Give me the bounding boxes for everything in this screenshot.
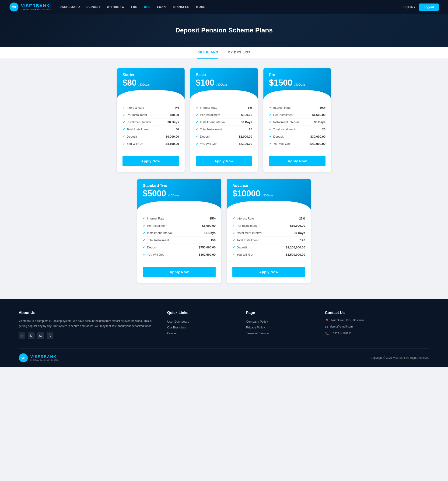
- plan-footer-advance: Apply Now: [227, 263, 311, 283]
- plan-row: ✔ Interest Rate 6%: [196, 104, 252, 111]
- nav-transfer[interactable]: TRANSFER: [172, 5, 190, 9]
- check-icon: ✔: [232, 217, 235, 220]
- plan-name-pro: Pro: [269, 73, 326, 77]
- apply-now-pro[interactable]: Apply Now: [269, 156, 326, 166]
- footer-bottom-brand: VB VISERBANK DIGITAL BANKING SYSTEM: [19, 353, 60, 362]
- footer-link-company-policy[interactable]: Company Policy: [246, 319, 316, 324]
- footer-link-privacy-policy[interactable]: Privacy Policy: [246, 324, 316, 330]
- footer-link-terms-of-service[interactable]: Terms of Service: [246, 330, 316, 336]
- plan-header-standard-two: Standard Two $5000 /15Days: [137, 179, 221, 210]
- plan-row: ✔ Deposit $1,200,000.00: [232, 244, 305, 251]
- check-icon: ✔: [143, 253, 146, 256]
- footer-socials: in ig tw fb: [19, 332, 158, 339]
- check-icon: ✔: [122, 142, 125, 146]
- check-icon: ✔: [196, 120, 198, 124]
- check-icon: ✔: [196, 113, 198, 117]
- plan-amount-advance: $10000: [232, 189, 260, 198]
- footer-link-contact[interactable]: Contact: [167, 330, 237, 336]
- nav-deposit[interactable]: DEPOSIT: [87, 5, 101, 9]
- facebook-icon[interactable]: fb: [47, 332, 53, 339]
- nav-loan[interactable]: LOAN: [157, 5, 166, 9]
- footer-link-user-dashboard[interactable]: User Dashboard: [167, 319, 237, 324]
- nav-fdr[interactable]: FDR: [131, 5, 138, 9]
- plan-row: ✔ Interest Rate 25%: [232, 215, 305, 222]
- plan-row: ✔ Total Installment 150: [143, 237, 216, 244]
- plan-card-advance: Advance $10000 /30Days ✔ Interest Rate 2…: [227, 179, 311, 283]
- plan-name-advance: Advance: [232, 184, 305, 188]
- plan-row: ✔ Per Installment $100.00: [196, 111, 252, 119]
- tab-dps-plans[interactable]: DPS PLANS: [197, 47, 218, 59]
- plan-row: ✔ Total Installment 20: [196, 126, 252, 133]
- plan-amount-basic: $100: [196, 78, 214, 88]
- check-icon: ✔: [269, 135, 272, 138]
- check-icon: ✔: [122, 127, 125, 131]
- svg-text:VB: VB: [22, 356, 25, 360]
- language-selector[interactable]: English ▾: [403, 5, 415, 9]
- tab-my-dps-list[interactable]: MY DPS LIST: [228, 47, 251, 59]
- plan-body-basic: ✔ Interest Rate 6% ✔ Per Installment $10…: [190, 99, 258, 152]
- twitter-icon[interactable]: tw: [37, 332, 44, 339]
- plan-footer-basic: Apply Now: [190, 152, 258, 172]
- plan-row: ✔ Deposit $750,000.00: [143, 244, 216, 251]
- nav-more[interactable]: MORE: [196, 5, 205, 9]
- check-icon: ✔: [232, 253, 235, 256]
- plan-row: ✔ Installment Interval 15 Days: [143, 229, 216, 237]
- plan-row: ✔ Installment Interval 30 Days: [196, 119, 252, 126]
- plan-row: ✔ You Will Get $4,160.00: [122, 140, 179, 147]
- plan-name-basic: Basic: [196, 73, 252, 77]
- nav-right: English ▾ Logout: [403, 3, 439, 11]
- plan-amount-starter: $80: [122, 78, 137, 88]
- footer-logo: VB: [19, 353, 28, 362]
- plan-footer-starter: Apply Now: [117, 152, 185, 172]
- check-icon: ✔: [196, 142, 198, 146]
- check-icon: ✔: [269, 142, 272, 146]
- plan-period-starter: /30Days: [139, 83, 150, 86]
- plan-amount-standard-two: $5000: [143, 189, 166, 198]
- plan-row: ✔ Interest Rate 15%: [143, 215, 216, 222]
- instagram-icon[interactable]: ig: [28, 332, 35, 339]
- plan-period-basic: /30Days: [217, 83, 228, 86]
- plan-row: ✔ Total Installment 50: [122, 126, 179, 133]
- footer-contact-phone: 📞 +454512418544: [325, 331, 429, 335]
- plan-footer-pro: Apply Now: [263, 152, 331, 172]
- plans-row-1: Starter $80 /30Days ✔ Interest Rate 4% ✔…: [14, 68, 434, 172]
- nav-dashboard[interactable]: DASHBOARD: [60, 5, 80, 9]
- plan-period-standard-two: /15Days: [168, 194, 179, 197]
- brand-sub: DIGITAL BANKING SYSTEM: [21, 8, 50, 10]
- tabs-bar: DPS PLANS MY DPS LIST: [0, 47, 448, 59]
- linkedin-icon[interactable]: in: [19, 332, 25, 339]
- brand-name: VISERBANK: [21, 3, 50, 8]
- email-icon: ✉: [325, 325, 328, 329]
- plan-period-pro: /30Days: [295, 83, 306, 86]
- plan-row: ✔ Per Installment $80.00: [122, 111, 179, 119]
- phone-icon: 📞: [325, 331, 329, 335]
- plan-row: ✔ Deposit $4,000.00: [122, 133, 179, 140]
- plan-row: ✔ Installment Interval 30 Days: [269, 119, 326, 126]
- footer-page-heading: Page: [246, 311, 316, 315]
- plan-header-pro: Pro $1500 /30Days: [263, 68, 331, 99]
- apply-now-starter[interactable]: Apply Now: [122, 156, 179, 166]
- brand-logo-area: VB VISERBANK DIGITAL BANKING SYSTEM: [9, 2, 50, 12]
- footer-link-our-branches[interactable]: Our Branches: [167, 324, 237, 330]
- plan-body-starter: ✔ Interest Rate 4% ✔ Per Installment $80…: [117, 99, 185, 152]
- nav-dps[interactable]: DPS: [144, 5, 151, 9]
- plan-header-starter: Starter $80 /30Days: [117, 68, 185, 99]
- apply-now-basic[interactable]: Apply Now: [196, 156, 252, 166]
- plan-row: ✔ You Will Get $42,000.00: [269, 140, 326, 147]
- apply-now-advance[interactable]: Apply Now: [232, 267, 305, 277]
- plan-footer-standard-two: Apply Now: [137, 263, 221, 283]
- plan-body-advance: ✔ Interest Rate 25% ✔ Per Installment $1…: [227, 210, 311, 263]
- footer-grid: About Us Viserbank is a complete e-Banki…: [19, 311, 429, 348]
- check-icon: ✔: [122, 113, 125, 117]
- check-icon: ✔: [269, 113, 272, 117]
- plan-row: ✔ Total Installment 120: [232, 237, 305, 244]
- check-icon: ✔: [122, 135, 125, 138]
- logout-button[interactable]: Logout: [419, 3, 439, 11]
- plan-row: ✔ Interest Rate 4%: [122, 104, 179, 111]
- check-icon: ✔: [196, 127, 198, 131]
- plan-body-pro: ✔ Interest Rate 40% ✔ Per Installment $1…: [263, 99, 331, 152]
- footer-contact-heading: Contact Us: [325, 311, 429, 315]
- nav-withdraw[interactable]: WITHDRAW: [107, 5, 124, 9]
- plan-card-basic: Basic $100 /30Days ✔ Interest Rate 6% ✔ …: [190, 68, 258, 172]
- apply-now-standard-two[interactable]: Apply Now: [143, 267, 216, 277]
